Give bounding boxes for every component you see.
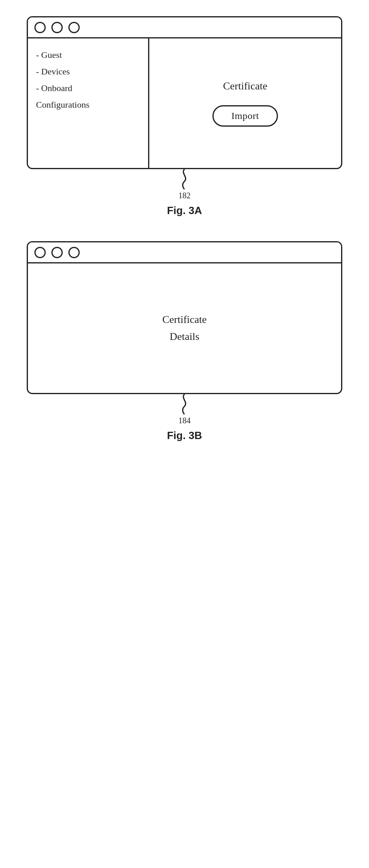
- window-circle-2[interactable]: [51, 22, 63, 33]
- titlebar-3a: [28, 17, 341, 38]
- cert-details-label: Certificate Details: [162, 311, 207, 345]
- sidebar-item-devices[interactable]: - Devices: [36, 65, 140, 78]
- fig-caption-3a: Fig. 3A: [167, 204, 202, 217]
- window-circle-b2[interactable]: [51, 247, 63, 258]
- window-3b: Certificate Details: [27, 241, 342, 394]
- cert-details-line2: Details: [170, 331, 199, 342]
- window-circle-b3[interactable]: [68, 247, 80, 258]
- import-button[interactable]: Import: [212, 105, 278, 127]
- window-body-3b: Certificate Details: [28, 263, 341, 393]
- squiggle-3a-icon: [178, 169, 191, 189]
- titlebar-3b: [28, 242, 341, 263]
- connector-3b: 184: [178, 394, 191, 425]
- window-3a: - Guest - Devices - Onboard Configuratio…: [27, 16, 342, 169]
- sidebar-item-onboard[interactable]: - Onboard: [36, 81, 140, 95]
- sidebar-item-configurations[interactable]: Configurations: [36, 98, 140, 111]
- connector-3a: 182: [178, 169, 191, 200]
- window-body-3a: - Guest - Devices - Onboard Configuratio…: [28, 38, 341, 168]
- window-circle-b1[interactable]: [34, 247, 46, 258]
- sidebar-item-guest[interactable]: - Guest: [36, 48, 140, 62]
- window-circle-1[interactable]: [34, 22, 46, 33]
- squiggle-3b-icon: [178, 394, 191, 414]
- connector-label-3b: 184: [178, 416, 191, 425]
- fig-caption-3b: Fig. 3B: [167, 429, 202, 442]
- cert-details-line1: Certificate: [162, 314, 207, 325]
- window-circle-3[interactable]: [68, 22, 80, 33]
- certificate-label: Certificate: [223, 80, 267, 92]
- main-panel-3a: Certificate Import: [149, 38, 341, 168]
- figure-3a: - Guest - Devices - Onboard Configuratio…: [24, 16, 345, 217]
- connector-label-3a: 182: [178, 191, 191, 200]
- figure-3b: Certificate Details 184 Fig. 3B: [24, 241, 345, 442]
- sidebar-panel: - Guest - Devices - Onboard Configuratio…: [28, 38, 149, 168]
